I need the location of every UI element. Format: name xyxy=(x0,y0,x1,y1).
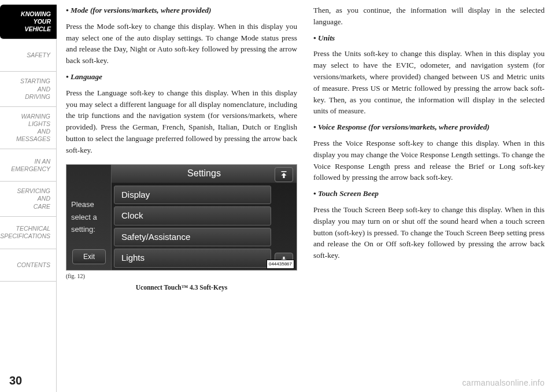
tab-label: SERVICING AND CARE xyxy=(17,187,50,210)
column-left: • Mode (for versions/markets, where prov… xyxy=(66,5,297,387)
tab-in-an-emergency[interactable]: IN AN EMERGENCY xyxy=(0,149,57,182)
bullet-voice-response: • Voice Response (for versions/markets, … xyxy=(313,121,545,133)
para-mode: Press the Mode soft-key to change this d… xyxy=(66,21,297,66)
figure-header-label: Settings xyxy=(187,167,221,180)
softkey-clock[interactable]: Clock xyxy=(114,206,271,225)
bullet-language: • Language xyxy=(66,71,297,83)
uconnect-screenshot: Please select a setting: Exit Settings xyxy=(66,164,297,271)
exit-button[interactable]: Exit xyxy=(72,249,106,264)
figure-side-text: Please xyxy=(71,199,94,210)
para-language-cont: Then, as you continue, the information w… xyxy=(313,5,545,28)
figure-side-panel: Please select a setting: Exit xyxy=(66,165,112,270)
bullet-units: • Units xyxy=(313,32,545,44)
page-number: 30 xyxy=(9,374,22,387)
tab-label: CONTENTS xyxy=(17,261,50,269)
figure-side-text: select a xyxy=(71,212,97,223)
figure-wrap: Please select a setting: Exit Settings xyxy=(66,164,297,293)
column-right: Then, as you continue, the information w… xyxy=(313,5,545,387)
main-content: • Mode (for versions/markets, where prov… xyxy=(57,0,555,392)
figure-side-text: setting: xyxy=(71,224,95,235)
softkey-display[interactable]: Display xyxy=(114,186,271,205)
tab-label: WARNING LIGHTS AND MESSAGES xyxy=(16,113,50,143)
softkey-lights[interactable]: Lights xyxy=(114,249,271,268)
figure-caption: Uconnect Touch™ 4.3 Soft-Keys xyxy=(66,283,297,293)
tab-safety[interactable]: SAFETY xyxy=(0,39,57,72)
scroll-up-button[interactable] xyxy=(275,167,293,182)
tab-label: KNOWING YOUR VEHICLE xyxy=(21,10,51,33)
figure-header: Settings xyxy=(112,165,297,183)
tab-starting-and-driving[interactable]: STARTING AND DRIVING xyxy=(0,72,57,106)
figure-number: (fig. 12) xyxy=(66,272,297,280)
sidebar-spacer xyxy=(0,282,57,392)
tab-label: SAFETY xyxy=(27,51,50,59)
tab-label: IN AN EMERGENCY xyxy=(11,158,50,173)
bullet-mode: • Mode (for versions/markets, where prov… xyxy=(66,5,297,16)
watermark: carmanualsonline.info xyxy=(462,378,545,387)
figure-main-panel: Settings Display Clock Safety/Assistance… xyxy=(112,165,297,270)
figure-id: 044435867 xyxy=(267,260,294,269)
tab-servicing-and-care[interactable]: SERVICING AND CARE xyxy=(0,182,57,216)
para-language: Press the Language soft-key to change th… xyxy=(66,87,297,156)
tab-warning-lights-and-messages[interactable]: WARNING LIGHTS AND MESSAGES xyxy=(0,107,57,150)
para-voice-response: Press the Voice Response soft-key to cha… xyxy=(313,138,545,183)
bullet-touch-screen-beep: • Touch Screen Beep xyxy=(313,188,545,199)
tab-contents[interactable]: CONTENTS xyxy=(0,249,57,282)
sidebar-tabs: KNOWING YOUR VEHICLE SAFETY STARTING AND… xyxy=(0,0,57,392)
page: KNOWING YOUR VEHICLE SAFETY STARTING AND… xyxy=(0,0,555,392)
figure-rows: Display Clock Safety/Assistance Lights xyxy=(112,183,297,270)
page-up-icon xyxy=(279,169,289,180)
tab-knowing-your-vehicle[interactable]: KNOWING YOUR VEHICLE xyxy=(0,5,57,39)
para-touch-screen-beep: Press the Touch Screen Beep soft-key to … xyxy=(313,204,545,261)
para-units: Press the Units soft-key to change this … xyxy=(313,48,545,117)
tab-technical-specifications[interactable]: TECHNICAL SPECIFICATIONS xyxy=(0,217,57,249)
tab-label: TECHNICAL SPECIFICATIONS xyxy=(0,225,50,240)
softkey-safety-assistance[interactable]: Safety/Assistance xyxy=(114,228,271,247)
tab-label: STARTING AND DRIVING xyxy=(20,77,50,100)
